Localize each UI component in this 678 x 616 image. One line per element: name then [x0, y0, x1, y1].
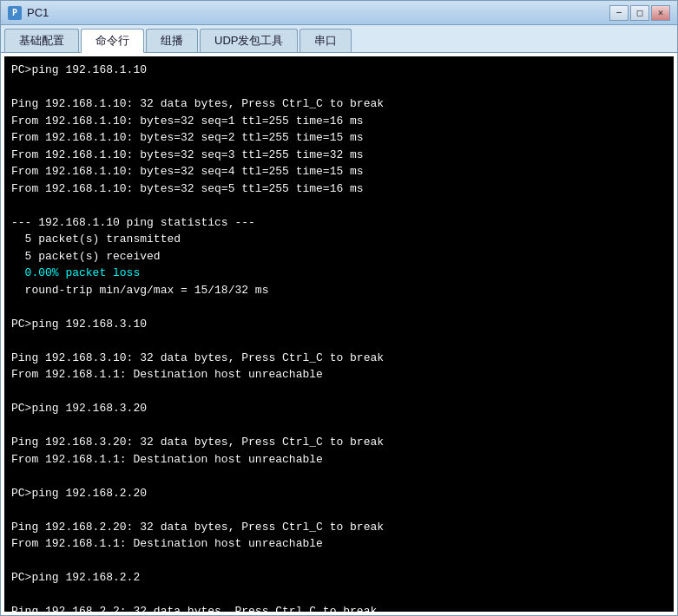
tab-4[interactable]: 串口 — [300, 29, 352, 52]
terminal-line: PC>ping 192.168.3.20 — [11, 402, 147, 415]
title-bar: P PC1 − □ ✕ — [1, 1, 677, 25]
main-window: P PC1 − □ ✕ 基础配置命令行组播UDP发包工具串口 PC>ping 1… — [0, 0, 678, 616]
terminal-line: Ping 192.168.2.2: 32 data bytes, Press C… — [11, 605, 377, 612]
terminal-line: --- 192.168.1.10 ping statistics --- — [11, 216, 255, 229]
terminal-line: From 192.168.1.1: Destination host unrea… — [11, 537, 323, 550]
terminal-line: Ping 192.168.1.10: 32 data bytes, Press … — [11, 97, 384, 110]
terminal-line: From 192.168.1.10: bytes=32 seq=1 ttl=25… — [11, 115, 364, 128]
terminal-line: PC>ping 192.168.3.10 — [11, 318, 147, 331]
terminal-line: Ping 192.168.3.10: 32 data bytes, Press … — [11, 351, 384, 364]
terminal[interactable]: PC>ping 192.168.1.10 Ping 192.168.1.10: … — [4, 56, 674, 612]
terminal-line: PC>ping 192.168.2.20 — [11, 487, 147, 500]
terminal-line: 5 packet(s) transmitted — [11, 233, 181, 246]
terminal-line: From 192.168.1.1: Destination host unrea… — [11, 453, 323, 466]
main-content: PC>ping 192.168.1.10 Ping 192.168.1.10: … — [1, 53, 677, 615]
window-icon: P — [8, 6, 22, 20]
tab-0[interactable]: 基础配置 — [4, 29, 79, 52]
terminal-line: From 192.168.1.10: bytes=32 seq=4 ttl=25… — [11, 165, 364, 178]
terminal-line: From 192.168.1.10: bytes=32 seq=5 ttl=25… — [11, 182, 364, 195]
tab-3[interactable]: UDP发包工具 — [200, 29, 298, 52]
terminal-line: Ping 192.168.3.20: 32 data bytes, Press … — [11, 436, 384, 449]
terminal-line: From 192.168.1.10: bytes=32 seq=3 ttl=25… — [11, 148, 364, 161]
window-title: PC1 — [27, 6, 609, 19]
terminal-line: 0.00% packet loss — [11, 266, 140, 279]
terminal-line: PC>ping 192.168.1.10 — [11, 63, 147, 76]
tab-2[interactable]: 组播 — [146, 29, 198, 52]
minimize-button[interactable]: − — [609, 5, 629, 21]
window-controls: − □ ✕ — [609, 5, 670, 21]
terminal-line: round-trip min/avg/max = 15/18/32 ms — [11, 284, 268, 297]
tab-bar: 基础配置命令行组播UDP发包工具串口 — [1, 25, 677, 53]
maximize-button[interactable]: □ — [630, 5, 649, 21]
terminal-line: Ping 192.168.2.20: 32 data bytes, Press … — [11, 521, 384, 534]
terminal-line: PC>ping 192.168.2.2 — [11, 571, 140, 584]
terminal-line: From 192.168.1.1: Destination host unrea… — [11, 368, 323, 381]
tab-1[interactable]: 命令行 — [81, 29, 144, 53]
terminal-line: From 192.168.1.10: bytes=32 seq=2 ttl=25… — [11, 131, 364, 144]
close-button[interactable]: ✕ — [651, 5, 670, 21]
terminal-line: 5 packet(s) received — [11, 250, 161, 263]
